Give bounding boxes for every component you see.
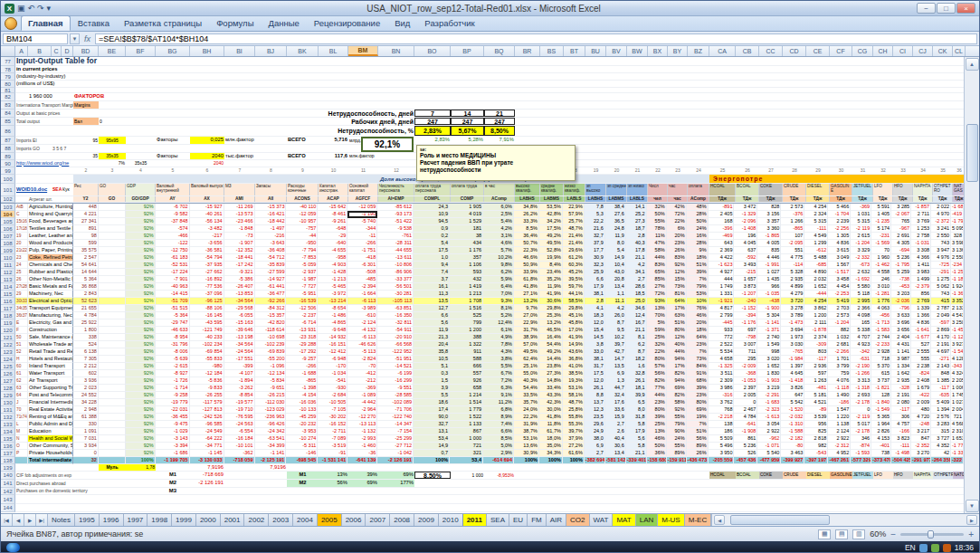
cell[interactable]: -19 577 <box>224 399 255 406</box>
cell[interactable]: 17% <box>667 363 687 370</box>
cell[interactable]: 38,1 <box>585 356 605 363</box>
cell[interactable]: -5 113 <box>347 348 377 356</box>
cell[interactable]: -1 053 <box>734 377 757 385</box>
cell[interactable]: -541 <box>318 377 347 385</box>
row-header-137[interactable]: 137 <box>1 450 15 457</box>
cell[interactable]: -9 321 <box>224 269 255 276</box>
cell[interactable]: -477 959 <box>757 457 781 464</box>
table-row[interactable]: 10921t22Pulp, Paper, Printing and Publis… <box>1 247 964 254</box>
cell[interactable]: 25,2 <box>626 211 647 218</box>
cell[interactable]: J <box>15 399 28 406</box>
cell[interactable]: -14 521 <box>377 363 414 370</box>
cell[interactable]: 24,9 <box>585 428 605 435</box>
cell[interactable] <box>99 443 126 450</box>
cell[interactable]: -111 <box>804 225 828 233</box>
cell[interactable]: E <box>15 319 28 327</box>
cell[interactable]: 5 496 <box>709 443 735 450</box>
cell[interactable]: -7 105 <box>318 406 347 414</box>
cell[interactable]: 1,0 <box>414 254 450 262</box>
cell[interactable]: -614 694 <box>483 457 514 464</box>
maximize-button[interactable]: □ <box>937 3 956 14</box>
cell[interactable]: 2 080 <box>891 399 911 406</box>
cell[interactable]: -6 199 <box>377 370 414 377</box>
cell[interactable]: -6 113 <box>347 298 377 305</box>
cell[interactable]: -212 <box>347 377 377 385</box>
cell[interactable]: 448 <box>73 204 99 211</box>
select-all-corner[interactable] <box>1 46 15 56</box>
cell[interactable]: 1 305 <box>828 233 851 240</box>
cell[interactable]: -1 726 <box>156 377 190 385</box>
row-header-101[interactable]: 101 <box>1 184 15 196</box>
cell[interactable]: -9 551 <box>377 385 414 392</box>
cell[interactable]: -8 006 <box>156 348 190 356</box>
cell[interactable]: 168 <box>709 218 735 225</box>
cell[interactable]: -37 848 <box>156 218 190 225</box>
column-header-BM[interactable]: BM <box>348 46 378 56</box>
cell[interactable]: 46,6% <box>514 254 539 262</box>
cell[interactable]: 6 138 <box>73 348 99 356</box>
cell[interactable]: 1 006 <box>951 385 964 392</box>
cell[interactable]: -401 <box>871 443 891 450</box>
cell[interactable]: N <box>15 435 28 443</box>
cell[interactable]: -105 113 <box>377 298 414 305</box>
cell[interactable]: -69 854 <box>190 348 224 356</box>
cell[interactable]: -13 853 <box>224 291 255 298</box>
cell[interactable]: 2 691 <box>891 233 911 240</box>
cell[interactable]: -10 957 <box>286 218 318 225</box>
cell[interactable]: Coke, Refined Petroleum and Nuclear Fuel <box>28 254 73 262</box>
cell[interactable]: 26,2% <box>514 211 539 218</box>
cell[interactable]: 18,3 <box>585 312 605 319</box>
cell[interactable]: 3 360 <box>757 225 781 233</box>
cell[interactable]: -1 987 <box>286 276 318 283</box>
cell[interactable]: -453 <box>891 283 911 291</box>
cell[interactable]: -54 794 <box>190 254 224 262</box>
sheet-tab-2007[interactable]: 2007 <box>366 514 390 526</box>
sheet-tab-EU[interactable]: EU <box>509 514 528 526</box>
cell[interactable]: -369 <box>347 385 377 392</box>
cell[interactable]: 79% <box>667 421 687 428</box>
cell[interactable]: -467 261 <box>828 457 851 464</box>
cell[interactable]: -46 626 <box>347 341 377 348</box>
cell[interactable]: 89% <box>687 443 709 450</box>
cell[interactable]: 82% <box>667 370 687 377</box>
cell[interactable]: 18,1 <box>626 385 647 392</box>
cell[interactable]: -1 821 <box>871 385 891 392</box>
row-header-141[interactable]: 141 <box>1 480 15 488</box>
cell[interactable]: 1,3 <box>605 377 626 385</box>
cell[interactable]: -70 <box>347 363 377 370</box>
cell[interactable]: 36,5 <box>605 218 626 225</box>
cell[interactable]: -422 <box>911 392 931 399</box>
cell[interactable]: 6,6 <box>585 276 605 283</box>
cell[interactable]: -69 839 <box>255 348 287 356</box>
cell[interactable]: -242 526 <box>190 414 224 421</box>
cell[interactable]: Internationa Transport Margins <box>15 101 73 109</box>
cell[interactable]: 7% <box>687 421 709 428</box>
cell[interactable]: -1 686 <box>156 450 190 457</box>
cell[interactable]: 2 573 <box>781 204 804 211</box>
cell[interactable]: 527 <box>911 341 931 348</box>
cell[interactable]: 1 529 <box>450 218 483 225</box>
cell[interactable]: млн.фактор <box>224 137 287 144</box>
cell[interactable]: 31,7 <box>585 363 605 370</box>
table-row[interactable]: 10515t16Food, Beverages and Tobacco27 34… <box>1 218 964 225</box>
minimize-button[interactable]: − <box>917 3 936 14</box>
cell[interactable]: 65% <box>647 269 667 276</box>
cell[interactable]: -504 425 <box>891 457 911 464</box>
cell[interactable]: 2 111 <box>804 319 828 327</box>
zoom-slider-thumb[interactable] <box>928 530 934 539</box>
row-header-118[interactable]: 118 <box>1 312 15 319</box>
cell[interactable]: 2 309 <box>709 377 735 385</box>
cell[interactable]: 555 <box>911 356 931 363</box>
cell[interactable]: 1 567 <box>828 262 851 269</box>
column-header-BY[interactable]: BY <box>668 46 688 56</box>
cell[interactable]: 5,3 <box>585 211 605 218</box>
cell[interactable]: 36,8% <box>563 356 585 363</box>
cell[interactable]: -18 441 <box>224 254 255 262</box>
cell[interactable]: 71t74 <box>15 414 28 421</box>
column-header-BU[interactable]: BU <box>585 46 606 56</box>
cell[interactable]: -24 342 <box>255 428 287 435</box>
sheet-tab-2008[interactable]: 2008 <box>390 514 414 526</box>
cell[interactable]: ВСЕГО <box>287 153 319 159</box>
cell[interactable]: -1 266 <box>851 370 871 377</box>
cell[interactable]: 1 213 <box>450 291 483 298</box>
